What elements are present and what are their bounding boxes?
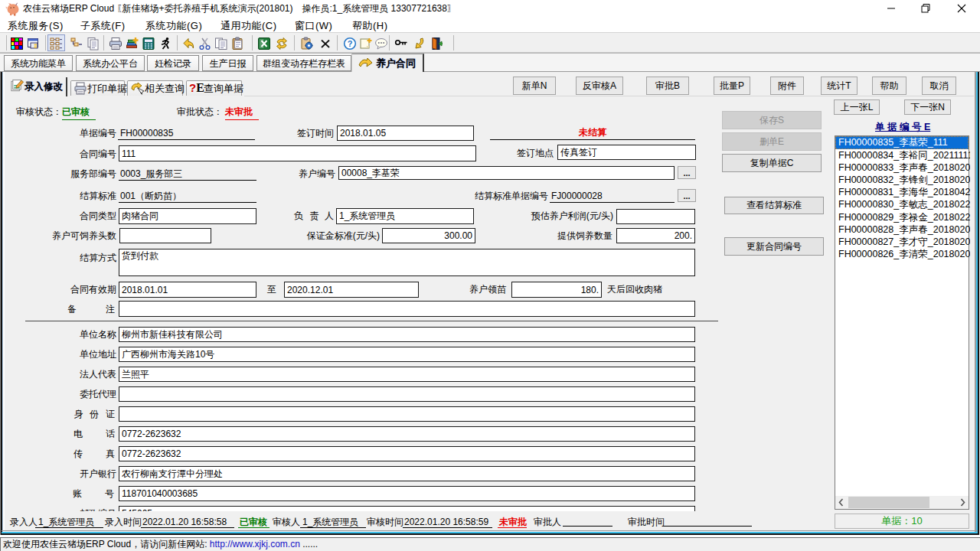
svg-text:?: ? [348,39,353,48]
